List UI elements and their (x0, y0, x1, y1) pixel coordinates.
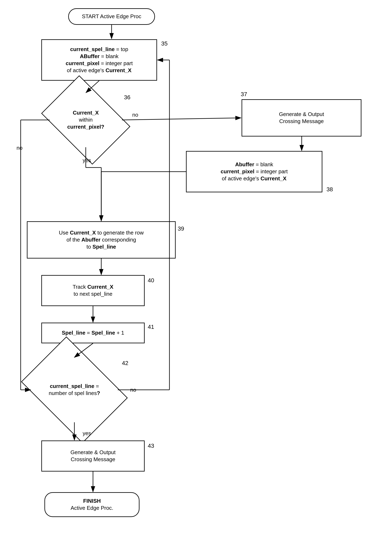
diamond-42: current_spel_line =number of spel lines? (21, 337, 128, 443)
ref-36: 36 (124, 94, 130, 101)
box-35-label: current_spel_line = top ABuffer = blank … (66, 46, 133, 74)
no-right-label: no (132, 112, 138, 118)
box-37: Generate & OutputCrossing Message (242, 99, 361, 136)
finish-label: FINISHActive Edge Proc. (71, 498, 113, 512)
start-node: START Active Edge Proc (68, 8, 155, 25)
ref-39: 39 (178, 225, 184, 232)
ref-35: 35 (161, 40, 168, 47)
svg-line-3 (122, 118, 241, 120)
yes-label: yes (83, 157, 91, 164)
ref-38: 38 (327, 186, 333, 193)
box-39: Use Current_X to generate the row of the… (27, 221, 176, 259)
ref-42: 42 (122, 360, 128, 366)
box-40-label: Track Current_X to next spel_line (73, 284, 113, 298)
diamond-42-label: current_spel_line =number of spel lines? (32, 358, 117, 421)
yes-bottom-label: yes (83, 430, 91, 437)
start-label: START Active Edge Proc (82, 13, 141, 20)
box-38-label: Abuffer = blank current_pixel = integer … (221, 161, 288, 182)
box-38: Abuffer = blank current_pixel = integer … (186, 151, 322, 192)
ref-43: 43 (148, 443, 154, 449)
no-diamond42-label: no (130, 387, 136, 393)
ref-41: 41 (148, 324, 154, 330)
diamond-36: Current_Xwithincurrent_pixel? (41, 75, 130, 165)
box-40: Track Current_X to next spel_line (41, 275, 145, 306)
box-43-label: Generate & OutputCrossing Message (70, 449, 116, 463)
no-left-label: no (16, 145, 22, 151)
ref-37: 37 (241, 91, 247, 98)
box-37-label: Generate & OutputCrossing Message (279, 111, 324, 125)
finish-node: FINISHActive Edge Proc. (44, 492, 140, 517)
box-35: current_spel_line = top ABuffer = blank … (41, 39, 157, 81)
box-41: Spel_line = Spel_line + 1 (41, 323, 145, 343)
ref-40: 40 (148, 277, 154, 284)
diamond-36-label: Current_Xwithincurrent_pixel? (50, 94, 121, 146)
box-41-label: Spel_line = Spel_line + 1 (62, 330, 124, 337)
box-39-label: Use Current_X to generate the row of the… (59, 229, 144, 250)
flowchart: START Active Edge Proc current_spel_line… (0, 0, 392, 553)
box-43: Generate & OutputCrossing Message (41, 440, 145, 472)
